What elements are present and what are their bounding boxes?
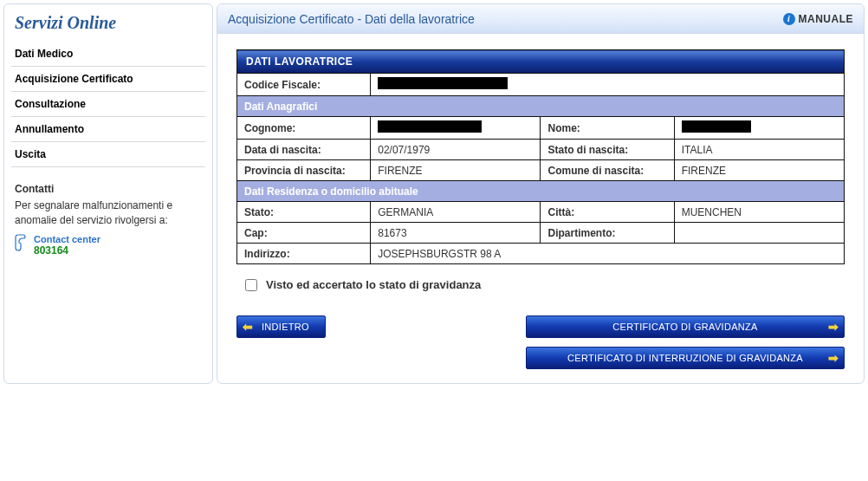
contacts-description: Per segnalare malfunzionamenti e anomali… — [11, 195, 205, 229]
value-codice-fiscale — [371, 74, 845, 96]
value-data-nascita: 02/07/1979 — [371, 140, 541, 160]
sidebar-title: Servizi Online — [11, 11, 205, 42]
section-header-anagrafici: Dati Anagrafici — [237, 96, 845, 117]
label-data-nascita: Data di nascita: — [237, 140, 371, 160]
checkbox-wrapper[interactable]: Visto ed accertato lo stato di gravidanz… — [245, 278, 836, 291]
page-header: Acquisizione Certificato - Dati della la… — [217, 4, 864, 34]
label-dipartimento: Dipartimento: — [541, 223, 674, 244]
sidebar-item-acquisizione-certificato[interactable]: Acquisizione Certificato — [11, 67, 205, 92]
main-panel: Acquisizione Certificato - Dati della la… — [217, 3, 865, 384]
manual-label: MANUALE — [799, 13, 854, 25]
label-cognome: Cognome: — [237, 117, 371, 140]
value-citta: MUENCHEN — [674, 202, 844, 223]
checkbox-label: Visto ed accertato lo stato di gravidanz… — [266, 278, 481, 291]
section-header-main: DATI LAVORATRICE — [237, 50, 845, 74]
sidebar-item-dati-medico[interactable]: Dati Medico — [11, 42, 205, 67]
contacts-title: Contatti — [11, 183, 205, 195]
sidebar-item-label: Dati Medico — [15, 48, 73, 60]
label-nome: Nome: — [541, 117, 674, 140]
certificato-gravidanza-button[interactable]: CERTIFICATO DI GRAVIDANZA ➡ — [526, 315, 845, 338]
label-stato: Stato: — [237, 202, 371, 223]
checkbox-stato-gravidanza[interactable] — [245, 279, 257, 291]
label-comune-nascita: Comune di nascita: — [541, 160, 674, 181]
button-column-right: CERTIFICATO DI GRAVIDANZA ➡ CERTIFICATO … — [526, 315, 845, 369]
sidebar-item-consultazione[interactable]: Consultazione — [11, 92, 205, 117]
manual-link[interactable]: i MANUALE — [783, 13, 854, 25]
button-row: ⬅ INDIETRO CERTIFICATO DI GRAVIDANZA ➡ C… — [217, 310, 864, 369]
value-indirizzo: JOSEPHSBURGSTR 98 A — [371, 244, 845, 264]
section-header-residenza: Dati Residenza o domicilio abituale — [237, 181, 845, 202]
value-provincia-nascita: FIRENZE — [371, 160, 541, 181]
arrow-right-icon: ➡ — [823, 320, 844, 334]
value-stato-nascita: ITALIA — [674, 140, 844, 160]
checkbox-row: Visto ed accertato lo stato di gravidanz… — [236, 264, 845, 310]
sidebar-item-uscita[interactable]: Uscita — [11, 142, 205, 167]
contact-center-text: Contact center 803164 — [34, 234, 100, 257]
label-cap: Cap: — [237, 223, 371, 244]
arrow-right-icon: ➡ — [823, 351, 844, 365]
value-stato: GERMANIA — [371, 202, 541, 223]
button-label: CERTIFICATO DI GRAVIDANZA — [547, 322, 823, 332]
button-label: CERTIFICATO DI INTERRUZIONE DI GRAVIDANZ… — [547, 353, 823, 363]
certificato-interruzione-button[interactable]: CERTIFICATO DI INTERRUZIONE DI GRAVIDANZ… — [526, 347, 845, 369]
sidebar-item-label: Uscita — [15, 148, 46, 160]
sidebar: Servizi Online Dati Medico Acquisizione … — [3, 3, 213, 384]
value-cap: 81673 — [371, 223, 541, 244]
sidebar-item-label: Acquisizione Certificato — [15, 73, 133, 85]
label-indirizzo: Indirizzo: — [237, 244, 371, 264]
redacted-value — [378, 120, 482, 133]
sidebar-item-label: Annullamento — [15, 123, 84, 135]
phone-icon — [15, 234, 29, 254]
data-table: DATI LAVORATRICE Codice Fiscale: Dati An… — [236, 49, 845, 264]
value-cognome — [371, 117, 541, 140]
value-dipartimento — [674, 223, 844, 244]
label-stato-nascita: Stato di nascita: — [541, 140, 674, 160]
contact-center-number: 803164 — [34, 244, 68, 257]
contact-center-line: Contact center 803164 — [11, 229, 205, 257]
back-button[interactable]: ⬅ INDIETRO — [236, 315, 326, 338]
contact-center-label: Contact center — [34, 234, 100, 244]
sidebar-item-annullamento[interactable]: Annullamento — [11, 117, 205, 142]
label-provincia-nascita: Provincia di nascita: — [237, 160, 371, 181]
label-codice-fiscale: Codice Fiscale: — [237, 74, 371, 96]
redacted-value — [682, 120, 751, 133]
page-title: Acquisizione Certificato - Dati della la… — [228, 12, 475, 26]
arrow-left-icon: ⬅ — [237, 320, 258, 334]
content-area: DATI LAVORATRICE Codice Fiscale: Dati An… — [217, 34, 864, 310]
value-comune-nascita: FIRENZE — [674, 160, 844, 181]
value-nome — [674, 117, 844, 140]
info-icon: i — [783, 13, 795, 25]
sidebar-item-label: Consultazione — [15, 98, 86, 110]
redacted-value — [378, 77, 508, 89]
button-label: INDIETRO — [258, 322, 325, 332]
label-citta: Città: — [541, 202, 674, 223]
